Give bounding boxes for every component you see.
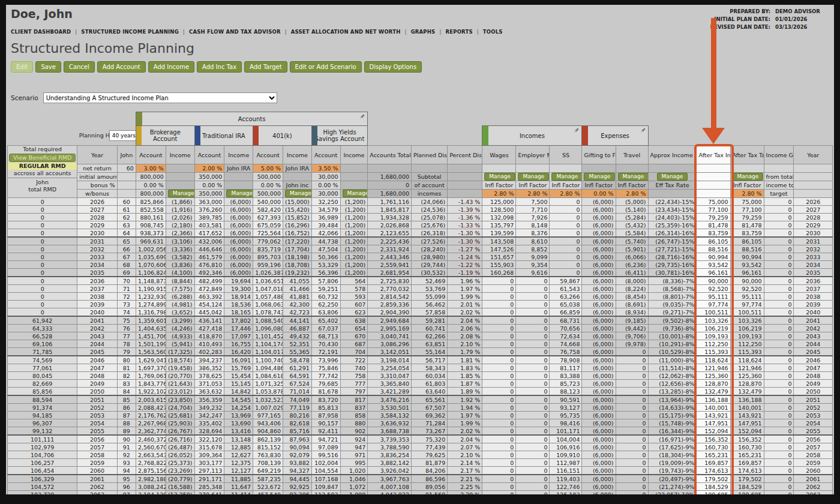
cell: 908,745 (136, 221, 166, 229)
cell: (15,000) (283, 198, 311, 206)
manage-button[interactable]: Manage (518, 173, 549, 181)
cell: 112,250 (697, 340, 730, 348)
cell: 2060 (794, 467, 833, 475)
cell: 1,098 (340, 491, 368, 495)
cell: (23,434)-15% (648, 206, 697, 214)
cell: 2,331,924 (368, 245, 412, 253)
nav-reports[interactable]: REPORTS (445, 29, 472, 35)
edit-or-add-scenario-button[interactable]: Edit or Add Scenario (290, 61, 362, 73)
manage-button[interactable]: Manage (618, 173, 648, 181)
cell: 59,251 (311, 285, 340, 293)
manage-button[interactable]: Manage (733, 173, 764, 181)
subheader-cell: 2.80 % (516, 190, 550, 198)
cell: 15,145 (224, 380, 253, 388)
cell: 2044 (77, 340, 117, 348)
cell: (6,000) (582, 253, 616, 261)
cell: 75,846 (311, 364, 340, 372)
nav-separator: | (439, 29, 441, 35)
regular-rmd-label[interactable]: REGULAR RMD (8, 163, 77, 170)
manage-button[interactable]: Manage (551, 173, 581, 181)
cell: (6,000) (582, 388, 616, 396)
nav-client-dashboard[interactable]: CLIENT DASHBOARD (11, 29, 71, 35)
cell: 125,360 (730, 372, 764, 380)
nav-cash-flow-tax-advisor[interactable]: CASH FLOW AND TAX ADVISOR (189, 29, 281, 35)
cell: 3,365,840 (368, 380, 412, 388)
cell: 376,260 (194, 206, 224, 214)
pin-icon[interactable] (640, 127, 646, 134)
add-income-button[interactable]: Add Income (148, 61, 194, 73)
manage-button[interactable]: Manage (584, 173, 615, 181)
cell: 64,591 (283, 372, 311, 380)
save-button[interactable]: Save (35, 61, 61, 73)
accounts-group-tab (136, 112, 142, 126)
nav-graphs[interactable]: GRAPHS (411, 29, 436, 35)
cell: 959,196 (253, 261, 283, 269)
manage-button[interactable]: Manage (657, 173, 688, 181)
cell: 47,504 (311, 245, 340, 253)
view-beneficial-rmd-button[interactable]: View Beneficial RMD (9, 154, 76, 162)
cell: (26,716) (166, 435, 194, 443)
cell: 0 (616, 356, 648, 364)
cell: (1,200) (340, 237, 368, 245)
cell: 1,761,116 (368, 198, 412, 206)
cell: (4,100) (166, 269, 194, 277)
subheader-cell (648, 164, 697, 173)
nav-separator: | (405, 29, 407, 35)
cell: 523,672 (253, 483, 283, 491)
cell: 2,225,436 (368, 237, 412, 245)
planning-horizon-select[interactable]: 40 years (109, 130, 136, 141)
cell: 160,268 (482, 269, 516, 277)
cell: 1,071,325 (253, 380, 283, 388)
cell: 2038 (794, 293, 833, 301)
cell: (1,200) (340, 261, 368, 269)
pin-icon[interactable] (574, 127, 580, 134)
cell: (6,000) (582, 427, 616, 436)
scenario-select[interactable]: Understanding A Structured Income Plan (43, 92, 277, 103)
cell: 947 (340, 443, 368, 451)
cell: 66,859 (550, 308, 582, 317)
subheader-cell: 2.80 % (550, 190, 582, 198)
cell: 87,963 (283, 435, 311, 443)
display-options-button[interactable]: Display Options (364, 61, 422, 73)
col-accounts-total: Accounts Total (368, 146, 412, 164)
cell: 349,232 (194, 404, 224, 412)
brokerage-tab (136, 126, 142, 146)
manage-button[interactable]: Manage (285, 190, 311, 197)
cell: 0 (764, 206, 794, 214)
add-account-button[interactable]: Add Account (97, 61, 146, 73)
manage-button[interactable]: Manage (343, 190, 368, 197)
manage-button[interactable]: Manage (226, 190, 253, 197)
col-year: Year (77, 146, 117, 164)
cell: 92 (117, 451, 136, 459)
subheader-cell: 500,000 (253, 190, 283, 198)
manage-button[interactable]: Manage (168, 190, 194, 197)
nav-tools[interactable]: TOOLS (483, 29, 503, 35)
cell: 0 (8, 229, 77, 238)
pin-icon[interactable] (359, 113, 365, 121)
cell: 1.96 % (448, 277, 482, 285)
cell: -1.39 % (448, 206, 482, 214)
nav-asset-allocation-net-worth[interactable]: ASSET ALLOCATION AND NET WORTH (291, 29, 401, 35)
cell: 2063 (77, 491, 117, 495)
cell: 708,139 (253, 459, 283, 467)
cell: 69 (117, 269, 136, 277)
cell: 128,500 (482, 206, 516, 214)
cell: 96,307 (8, 419, 77, 427)
add-target-button[interactable]: Add Target (244, 61, 287, 73)
cell: 363,000 (194, 198, 224, 206)
cell: 34,579 (311, 206, 340, 214)
edit-button[interactable]: Edit (11, 61, 33, 73)
manage-button[interactable]: Manage (484, 173, 515, 181)
add-inc-tax-button[interactable]: Add Inc Tax (197, 61, 242, 73)
subheader-cell (582, 164, 616, 173)
cell: (13,964)-9% (648, 395, 697, 404)
cell: 0 (482, 301, 516, 308)
nav-structured-income-planning[interactable]: STRUCTURED INCOME PLANNING (81, 29, 179, 35)
cancel-button[interactable]: Cancel (64, 61, 95, 73)
cell: 0 (616, 395, 648, 404)
cell: -1.43 % (448, 198, 482, 206)
cell: (6,000) (224, 214, 253, 221)
cell: 77,100 (730, 206, 764, 214)
cell: (3,836) (166, 261, 194, 269)
cell: 454,124 (194, 301, 224, 308)
